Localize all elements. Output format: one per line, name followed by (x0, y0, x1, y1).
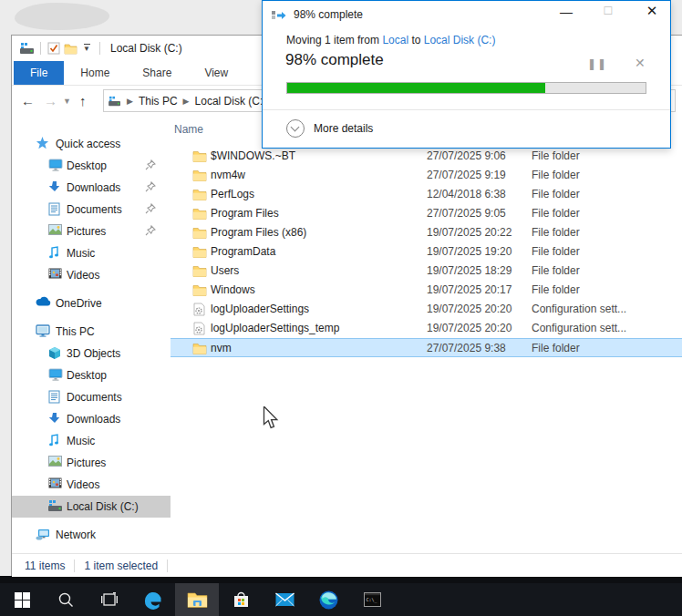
forward-button[interactable]: → (44, 93, 57, 108)
file-date-modified: 19/07/2025 20:17 (427, 283, 512, 296)
sidebar-item-label: Pictures (67, 457, 106, 469)
recent-locations-chevron[interactable]: ▼ (63, 97, 71, 106)
ribbon-tab-view[interactable]: View (188, 61, 244, 85)
file-date-modified: 19/07/2025 20:22 (427, 226, 512, 239)
sidebar-item-downloads[interactable]: Downloads (12, 177, 170, 199)
taskbar-edge-legacy-icon[interactable] (131, 583, 175, 616)
table-row[interactable]: Program Files27/07/2025 9:05File folder (170, 204, 682, 223)
sidebar-item-videos[interactable]: Videos (12, 474, 170, 496)
taskbar-store-icon[interactable] (219, 583, 263, 616)
table-row[interactable]: $WINDOWS.~BT27/07/2025 9:06File folder (170, 147, 682, 166)
network-icon (36, 528, 50, 542)
sidebar-item-label: Videos (67, 478, 99, 491)
back-button[interactable]: ← (21, 93, 35, 108)
taskbar-edge-icon[interactable] (306, 583, 350, 616)
sidebar-item-network[interactable]: Network (12, 524, 170, 546)
file-name: logUploaderSettings (211, 303, 309, 315)
file-name: ProgramData (211, 245, 275, 258)
download-icon (48, 180, 63, 195)
folder-icon (192, 149, 207, 162)
dialog-maximize-button[interactable]: ☐ (594, 5, 622, 25)
folder-icon (192, 342, 207, 354)
breadcrumb: ▶This PC▶Local Disk (C:) (121, 95, 266, 108)
ribbon-tabs: FileHomeShareView (14, 61, 244, 85)
dialog-close-button[interactable]: ✕ (638, 3, 666, 25)
dialog-minimize-button[interactable]: — (553, 5, 580, 25)
file-type: File folder (532, 169, 580, 181)
ribbon-tab-share[interactable]: Share (126, 61, 188, 85)
sidebar-item-downloads[interactable]: Downloads (12, 408, 170, 430)
table-row[interactable]: PerfLogs12/04/2018 6:38File folder (170, 185, 682, 204)
sidebar-item-pictures[interactable]: Pictures (12, 221, 170, 242)
file-type: File folder (532, 264, 580, 277)
sidebar-item-music[interactable]: Music (12, 242, 170, 264)
table-row[interactable]: nvm27/07/2025 9:38File folder (170, 338, 682, 357)
ribbon-tab-home[interactable]: Home (64, 61, 126, 85)
status-divider (74, 560, 75, 572)
sidebar-item-3d-objects[interactable]: 3D Objects (12, 343, 170, 364)
sidebar-item-documents[interactable]: Documents (12, 386, 170, 408)
toolbar-customize-icon[interactable]: ▼ (78, 41, 95, 56)
sidebar-item-label: Desktop (67, 159, 107, 172)
file-name: PerfLogs (211, 188, 254, 200)
dialog-title: 98% complete (294, 8, 363, 21)
more-details-toggle[interactable]: More details (286, 119, 373, 138)
ribbon-tab-file[interactable]: File (14, 61, 64, 85)
sidebar-item-quick-access[interactable]: Quick access (12, 133, 170, 155)
up-button[interactable]: ↑ (79, 93, 87, 108)
status-bar: 11 items 1 item selected (12, 553, 682, 577)
sidebar-item-music[interactable]: Music (12, 430, 170, 452)
file-name: nvm (211, 342, 232, 354)
sidebar-item-desktop[interactable]: Desktop (12, 155, 170, 177)
desktop-icon (48, 159, 63, 173)
taskbar-search-icon[interactable] (44, 583, 88, 616)
move-description: Moving 1 item from Local to Local Disk (… (286, 34, 495, 46)
breadcrumb-item[interactable]: Local Disk (C:) (195, 95, 267, 108)
pin-icon (145, 225, 156, 236)
video-icon (48, 268, 63, 282)
pause-button[interactable]: ❚❚ (587, 57, 607, 70)
file-name: Users (211, 264, 239, 277)
quick-access-properties-icon[interactable] (46, 41, 62, 56)
drive-icon (19, 41, 36, 56)
destination-link[interactable]: Local Disk (C:) (424, 34, 496, 46)
table-row[interactable]: logUploaderSettings_temp19/07/2025 20:20… (170, 319, 682, 338)
column-header-name[interactable]: Name (174, 123, 203, 136)
config-file-icon (192, 322, 207, 334)
star-icon (36, 137, 50, 151)
desktop-strip (0, 576, 682, 583)
file-type: File folder (532, 245, 580, 258)
cancel-copy-button[interactable]: ✕ (635, 56, 646, 70)
table-row[interactable]: ProgramData19/07/2025 19:20File folder (170, 242, 682, 262)
sidebar-item-desktop[interactable]: Desktop (12, 364, 170, 386)
taskbar-start-icon[interactable] (0, 583, 44, 616)
table-row[interactable]: Windows19/07/2025 20:17File folder (170, 281, 682, 300)
taskbar-explorer-icon[interactable] (175, 583, 219, 616)
breadcrumb-item[interactable]: This PC (139, 95, 178, 108)
sidebar-item-label: Music (67, 247, 95, 260)
table-row[interactable]: logUploaderSettings19/07/2025 20:20Confi… (170, 300, 682, 319)
sidebar-item-videos[interactable]: Videos (12, 264, 170, 286)
taskbar-taskview-icon[interactable] (88, 583, 131, 616)
table-row[interactable]: Program Files (x86)19/07/2025 20:22File … (170, 223, 682, 242)
table-row[interactable]: nvm4w27/07/2025 9:19File folder (170, 166, 682, 185)
table-row[interactable]: Users19/07/2025 18:29File folder (170, 262, 682, 281)
source-link[interactable]: Local (382, 34, 408, 46)
taskbar-mail-icon[interactable] (263, 583, 306, 616)
pin-icon (145, 203, 156, 214)
sidebar-item-documents[interactable]: Documents (12, 199, 170, 221)
file-name: $WINDOWS.~BT (211, 149, 295, 162)
sidebar-item-local-disk-c[interactable]: Local Disk (C:) (12, 496, 170, 518)
sidebar-item-pictures[interactable]: Pictures (12, 452, 170, 474)
sidebar-item-this-pc[interactable]: This PC (12, 321, 170, 343)
music-icon (48, 434, 63, 448)
progress-fill (287, 83, 545, 93)
file-date-modified: 27/07/2025 9:19 (427, 169, 506, 181)
sidebar-item-onedrive[interactable]: OneDrive (12, 293, 170, 314)
file-name: logUploaderSettings_temp (211, 322, 339, 334)
quick-access-newfolder-icon[interactable] (62, 41, 78, 56)
sidebar-item-label: Documents (67, 391, 122, 404)
sidebar-item-label: Videos (67, 269, 99, 282)
taskbar-cmd-icon[interactable]: C:\_ (350, 583, 394, 616)
breadcrumb-separator: ▶ (178, 97, 195, 106)
